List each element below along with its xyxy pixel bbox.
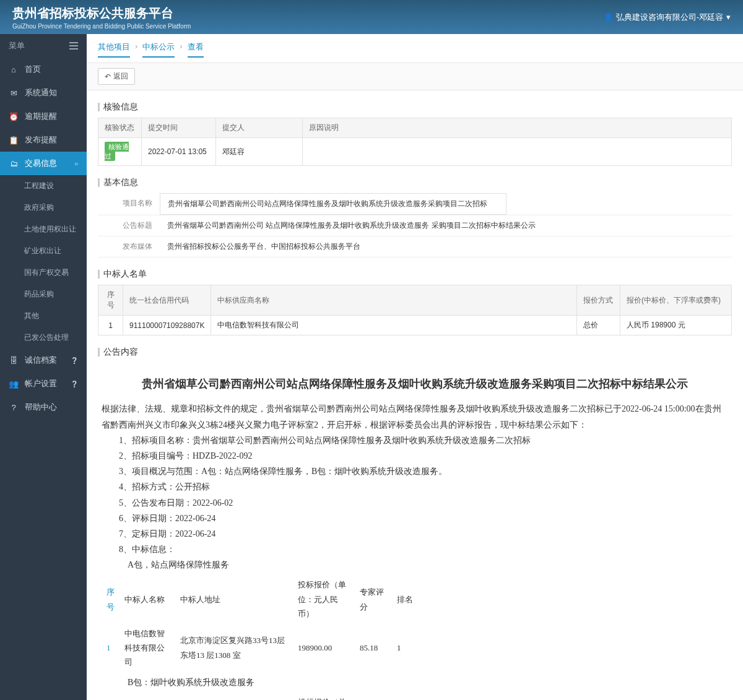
breadcrumb: 其他项目 › 中标公示 › 查看 <box>87 34 743 63</box>
basic-row: 项目名称贵州省烟草公司黔西南州公司站点网络保障性服务及烟叶收购系统升级改造服务采… <box>98 193 732 215</box>
menu-item-1[interactable]: ✉系统通知 <box>0 81 87 105</box>
app-header: 贵州省招标投标公共服务平台 GuiZhou Province Tendering… <box>0 0 743 34</box>
review-title: 核验信息 <box>98 97 732 118</box>
menu-icon: ✉ <box>9 89 19 98</box>
doc-title: 贵州省烟草公司黔西南州公司站点网络保障性服务及烟叶收购系统升级改造服务采购项目二… <box>102 374 728 394</box>
menu-item-3[interactable]: 📋发布提醒 <box>0 128 87 152</box>
menu-item-7[interactable]: ?帮助中心 <box>0 395 87 419</box>
pkg-a-table: 序号 中标人名称 中标人地址 投标报价（单位：元人民币） 专家评分 排名 1 中… <box>102 575 418 672</box>
status-badge: 核验通过 <box>105 142 129 161</box>
winners-table: 序号 统一社会信用代码 中标供应商名称 报价方式 报价(中标价、下浮率或费率) … <box>98 285 732 335</box>
menu-item-5[interactable]: 🗄诚信档案❔ <box>0 348 87 372</box>
sidebar: 菜单 ⌂首页✉系统通知⏰逾期提醒📋发布提醒🗂交易信息○工程建设政府采购土地使用权… <box>0 34 87 700</box>
content-section-title: 公告内容 <box>98 342 732 363</box>
submenu-item-5[interactable]: 药品采购 <box>0 283 87 305</box>
main-content: 其他项目 › 中标公示 › 查看 ↶ 返回 核验信息 核验状态 提交时间 提交人… <box>87 34 743 700</box>
app-title: 贵州省招标投标公共服务平台 <box>12 5 191 22</box>
menu-item-0[interactable]: ⌂首页 <box>0 58 87 81</box>
submenu-item-4[interactable]: 国有产权交易 <box>0 262 87 283</box>
review-row: 核验通过 2022-07-01 13:05 邓廷容 <box>98 138 732 166</box>
announcement-body: 贵州省烟草公司黔西南州公司站点网络保障性服务及烟叶收购系统升级改造服务采购项目二… <box>98 363 732 700</box>
menu-icon: 🗄 <box>9 356 19 365</box>
menu-icon: 🗂 <box>9 159 19 168</box>
menu-label: 菜单 <box>9 40 25 51</box>
submenu-item-6[interactable]: 其他 <box>0 305 87 327</box>
basic-row: 发布媒体贵州省招标投标公公服务平台、中国招标投标公共服务平台 <box>98 236 732 257</box>
menu-icon: ⌂ <box>9 65 19 74</box>
menu-icon: ⏰ <box>9 112 19 121</box>
submenu-item-2[interactable]: 土地使用权出让 <box>0 218 87 240</box>
crumb-2: 查看 <box>188 41 204 58</box>
hamburger-icon[interactable] <box>69 42 78 50</box>
menu-icon: 📋 <box>9 136 19 145</box>
pkg-b-table: 序号 中标人名称 中标人地址 投标报价（单位：元人民币） 专家评分 排名 1 厦… <box>102 693 418 700</box>
menu-icon: ? <box>9 403 19 412</box>
basic-row: 公告标题贵州省烟草公司黔西南州公司 站点网络保障性服务及烟叶收购系统升级改造服务… <box>98 215 732 236</box>
submenu-item-7[interactable]: 已发公告处理 <box>0 327 87 348</box>
winners-title: 中标人名单 <box>98 264 732 285</box>
submenu-item-1[interactable]: 政府采购 <box>0 197 87 218</box>
submenu-item-3[interactable]: 矿业权出让 <box>0 240 87 262</box>
user-info[interactable]: 弘典建设咨询有限公司-邓廷容 ▾ <box>604 12 731 23</box>
toolbar: ↶ 返回 <box>87 63 743 90</box>
basic-title: 基本信息 <box>98 172 732 193</box>
crumb-0[interactable]: 其他项目 <box>98 41 130 58</box>
menu-item-6[interactable]: 👥帐户设置❔ <box>0 372 87 395</box>
menu-item-4[interactable]: 🗂交易信息○ <box>0 152 87 175</box>
app-subtitle: GuiZhou Province Tendering and Bidding P… <box>12 23 191 30</box>
menu-item-2[interactable]: ⏰逾期提醒 <box>0 105 87 128</box>
submenu-item-0[interactable]: 工程建设 <box>0 175 87 197</box>
review-table: 核验状态 提交时间 提交人 原因说明 核验通过 2022-07-01 13:05… <box>98 118 732 166</box>
winner-row: 1 91110000710928807K 中电信数智科技有限公司 总价 人民币 … <box>98 316 732 335</box>
back-button[interactable]: ↶ 返回 <box>98 68 135 85</box>
crumb-1[interactable]: 中标公示 <box>142 41 175 58</box>
menu-icon: 👥 <box>9 379 19 389</box>
